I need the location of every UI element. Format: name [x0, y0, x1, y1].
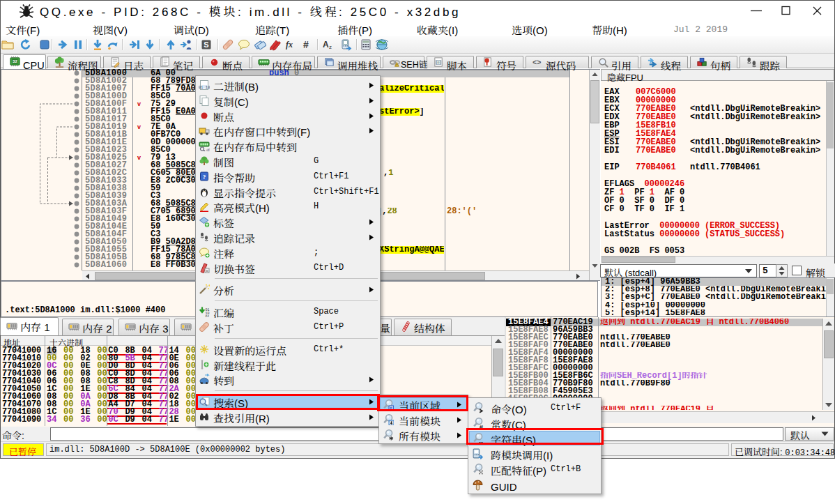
svg-text:01: 01 [206, 315, 210, 317]
svg-text:A: A [323, 40, 329, 49]
svg-text:#: # [303, 39, 309, 50]
svg-text:n: n [206, 268, 208, 273]
svg-text:z: z [329, 44, 332, 50]
svg-text:fx: fx [286, 40, 293, 49]
svg-text:<>: <> [533, 59, 541, 67]
svg-text:32: 32 [13, 59, 17, 63]
svg-text:{o}: {o} [436, 60, 442, 65]
svg-text:01 10: 01 10 [199, 85, 210, 90]
svg-text:?: ? [203, 173, 206, 180]
svg-text:@: @ [206, 148, 210, 152]
svg-text:S: S [204, 40, 208, 49]
